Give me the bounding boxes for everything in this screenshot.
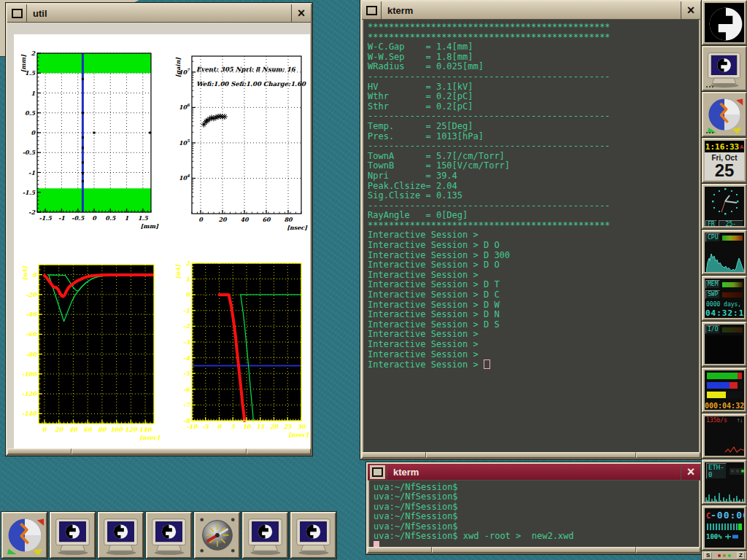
- background-window-fragment: [0, 5, 6, 57]
- resize-bar[interactable]: [362, 452, 700, 458]
- svg-text:1: 1: [31, 90, 35, 97]
- sound-button[interactable]: S: [704, 552, 712, 559]
- close-button[interactable]: ×: [291, 4, 311, 22]
- svg-text:-1: -1: [58, 214, 65, 222]
- monitor-icon: [52, 514, 94, 556]
- dock-tile-net-monitor[interactable]: 135b/s ↑ ↓: [702, 413, 747, 459]
- svg-text:80: 80: [98, 426, 107, 433]
- plot-current-waveform: 0204060801001201400-20-40-60-80-100-120-…: [15, 259, 161, 453]
- terminal-line: Interactive Session >: [368, 340, 699, 350]
- terminal-line: W-W.Sep = 1.8[mm]: [368, 52, 699, 63]
- svg-text:-100: -100: [22, 370, 37, 378]
- window-title: kterm: [387, 464, 681, 480]
- net-history-graph: [706, 424, 744, 456]
- svg-text:-7: -7: [183, 401, 190, 408]
- wharf-tile-xterm-2[interactable]: [98, 512, 144, 559]
- svg-text:20: 20: [270, 423, 279, 430]
- digital-time: 1:16:33: [705, 142, 739, 152]
- svg-text:-40: -40: [26, 311, 38, 318]
- terminal-line: uva:~/NfSession$: [374, 512, 699, 521]
- wharf-tile-xterm-1[interactable]: [50, 512, 96, 559]
- dock-tile-mixer-timer[interactable]: 000:04:32: [702, 368, 747, 413]
- terminal-line: Interactive Session > D N: [368, 310, 699, 320]
- terminal-line: Sthr = 0.2[pC]: [368, 102, 699, 112]
- window-menu-button[interactable]: [7, 4, 27, 22]
- dock-tile-xterm[interactable]: [702, 46, 747, 91]
- svg-text:1.5: 1.5: [138, 214, 148, 222]
- svg-text:-2: -2: [28, 209, 36, 216]
- svg-text:-1: -1: [28, 169, 35, 176]
- svg-text:0: 0: [32, 271, 37, 279]
- battery-gauge: [706, 523, 743, 531]
- dock-tile-clock-calendar[interactable]: 1:16:33 A Fri, Oct 25: [702, 138, 747, 183]
- resize-bar[interactable]: [368, 547, 700, 553]
- dock-tile-eth0[interactable]: ETH-0: [702, 459, 747, 505]
- level-bar-yellow: [706, 391, 743, 399]
- svg-text:-5: -5: [183, 370, 190, 377]
- terminal-line: Wthr = 0.2[pC]: [368, 92, 699, 102]
- terminal-line: HV = 3.1[kV]: [368, 82, 699, 93]
- close-button[interactable]: ×: [681, 464, 700, 480]
- plug-battery-icon: [724, 533, 739, 540]
- terminal-line: RayAngle = 0[Deg]: [368, 211, 699, 221]
- dock-tile-memory[interactable]: MEM SWP 0000 days, 04:32:14: [702, 276, 747, 321]
- wharf-tile-xterm-3[interactable]: [146, 512, 192, 559]
- dock-tile-afterstep[interactable]: [702, 0, 747, 45]
- zoom-button[interactable]: Z: [737, 552, 745, 559]
- monitor-icon: [244, 514, 287, 556]
- svg-text:30: 30: [297, 423, 306, 430]
- net-rate: 135b/s: [706, 417, 737, 424]
- util-titlebar[interactable]: util ×: [7, 4, 311, 23]
- terminal-line: Interactive Session >: [368, 350, 699, 360]
- dock-tile-io-monitor[interactable]: I/O: [702, 322, 747, 367]
- svg-text:-6: -6: [183, 386, 190, 393]
- terminal-output[interactable]: uva:~/NfSession$uva:~/NfSession$uva:~/Nf…: [369, 481, 699, 547]
- monitor-icon: [293, 514, 335, 556]
- plot-current-zoom: -10-5051015202530210-1-2-3-4-5-6-7-8[nse…: [171, 257, 310, 451]
- dock-tile-browser[interactable]: [702, 92, 747, 137]
- monitor-icon: [704, 48, 745, 89]
- svg-text:[uA]: [uA]: [21, 265, 28, 281]
- terminal-output[interactable]: ****************************************…: [363, 20, 699, 452]
- terminal-line: Interactive Session > D S: [368, 320, 699, 330]
- dock-tile-sz-buttons: S Z: [702, 551, 747, 560]
- dock-tile-asclock[interactable]: FR 25-OCT: [702, 184, 747, 229]
- wharf-tile-browser[interactable]: [1, 512, 47, 559]
- terminal-line: Peak.Clsize= 2.04: [368, 182, 699, 192]
- dock-tile-battery[interactable]: C -00:00 100%: [702, 505, 747, 551]
- svg-text:0: 0: [42, 426, 47, 433]
- terminal-line: Temp. = 25[Deg]: [368, 122, 699, 132]
- wharf-tile-gauge[interactable]: [194, 512, 240, 559]
- svg-text:[gain]: [gain]: [174, 57, 182, 77]
- window-menu-button[interactable]: [368, 464, 387, 480]
- svg-text:-0.5: -0.5: [71, 214, 85, 222]
- svg-text:15: 15: [256, 423, 265, 430]
- svg-text:80: 80: [284, 216, 293, 223]
- mem-label: MEM: [705, 280, 720, 289]
- svg-text:[mm]: [mm]: [141, 222, 160, 230]
- svg-text:105: 105: [179, 139, 190, 147]
- svg-text:[nsec]: [nsec]: [287, 224, 308, 231]
- svg-text:120: 120: [125, 426, 138, 433]
- terminal-line: ****************************************…: [368, 23, 699, 33]
- cpu-load-bar: [721, 235, 743, 241]
- terminal-line: Interactive Session >: [368, 271, 699, 281]
- clock-date: 25-OCT: [719, 220, 743, 226]
- svg-text:-1.5: -1.5: [23, 189, 36, 196]
- wharf-tile-xterm-4[interactable]: [242, 512, 288, 559]
- uptime-days: 0000 days,: [705, 299, 744, 308]
- kterm-titlebar[interactable]: kterm ×: [362, 1, 700, 20]
- terminal-line: ----------------------------------------…: [368, 201, 699, 211]
- svg-text:60: 60: [262, 216, 271, 223]
- swp-label: SWP: [705, 290, 720, 299]
- dock-tile-cpu-monitor[interactable]: CPU: [702, 230, 747, 275]
- resize-bar[interactable]: [7, 448, 311, 454]
- kterm2-titlebar[interactable]: kterm ×: [368, 464, 700, 481]
- window-menu-button[interactable]: [362, 1, 382, 19]
- svg-text:10: 10: [242, 423, 252, 430]
- close-button[interactable]: ×: [681, 1, 700, 19]
- wharf-tile-xterm-5[interactable]: [290, 512, 336, 559]
- globe-icon: [705, 95, 744, 134]
- svg-text:[nsec]: [nsec]: [139, 434, 160, 441]
- terminal-line: Interactive Session > D T: [368, 280, 699, 290]
